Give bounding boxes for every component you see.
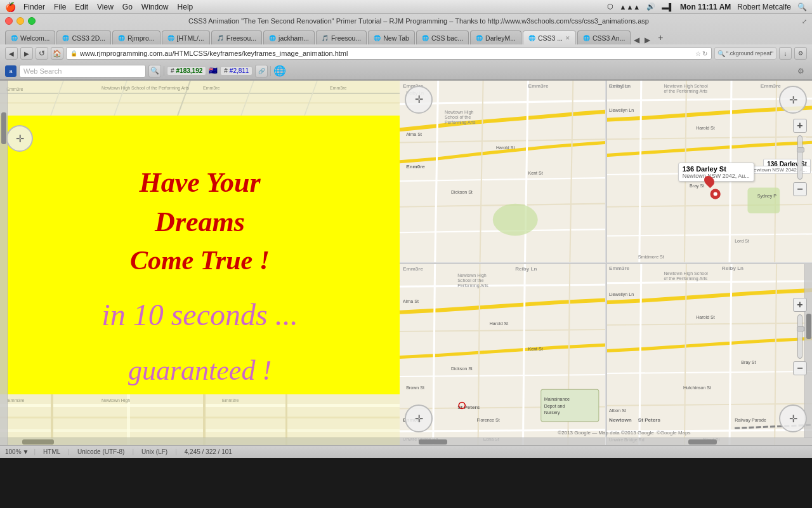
map-nav-left[interactable]: ✛ (6, 125, 33, 152)
menu-file[interactable]: File (54, 3, 66, 11)
svg-text:Harold St: Harold St (696, 126, 715, 131)
tab-0[interactable]: 🌐 Welcom... (5, 30, 55, 44)
bookmark-icon[interactable]: ☆ (695, 50, 701, 57)
tab-9[interactable]: 🌐 DarleyM... (470, 30, 521, 44)
svg-text:Harold St: Harold St (496, 145, 515, 150)
tab-favicon-6: 🎵 (322, 35, 329, 41)
web-search-input[interactable]: Web Search (19, 65, 146, 77)
nav-tr[interactable]: ✛ (779, 86, 807, 114)
resize-icon[interactable]: ⤢ (802, 18, 807, 25)
svg-text:Depot and: Depot and (544, 404, 565, 409)
tab-favicon-11: 🌐 (583, 35, 590, 41)
url-text: www.rjmprogramming.com.au/HTMLCSS/keyfra… (80, 50, 693, 57)
spotlight-icon[interactable]: 🔍 (797, 3, 807, 11)
svg-text:Newtown High School: Newtown High School (664, 271, 708, 276)
tab-favicon-4: 🎵 (217, 35, 224, 41)
alexa-button[interactable]: a (5, 65, 16, 77)
nav-bl[interactable]: ✛ (405, 404, 433, 432)
extensions-button[interactable]: ⚙ (794, 47, 807, 60)
tabs-row: 🌐 Welcom... 🌐 CSS3 2D... 🌐 Rjmpro... 🌐 [… (0, 28, 812, 44)
tab-11[interactable]: 🌐 CSS3 An... (577, 30, 631, 44)
svg-text:Emm3re: Emm3re (6, 87, 23, 91)
svg-text:Enm0re: Enm0re (406, 164, 425, 170)
svg-text:Newtown High: Newtown High (102, 398, 130, 403)
tab-label-6: Freesou... (331, 34, 361, 42)
content-area: Emm3re Newtown High School of the Perfor… (0, 81, 812, 445)
zoom-out-br[interactable]: − (793, 361, 807, 375)
status-position: 4,245 / 322 / 101 (182, 448, 235, 455)
tab-scroll-left[interactable]: ◀ (632, 36, 641, 44)
tab-10[interactable]: 🌐 CSS3 ... ✕ (523, 30, 576, 44)
zoom-out-tr[interactable]: − (793, 182, 807, 196)
browser-chrome: CSS3 Animation "The Ten Second Renovatio… (0, 14, 812, 81)
svg-point-33 (493, 204, 538, 236)
tab-3[interactable]: 🌐 [HTML/... (162, 30, 210, 44)
menu-help[interactable]: Help (178, 3, 193, 11)
svg-text:Bray St: Bray St (690, 184, 704, 189)
dream-line3: Come True ! (102, 243, 298, 278)
zoom-in-br[interactable]: + (793, 298, 807, 312)
tab-label-0: Welcom... (20, 34, 49, 42)
svg-text:Alma St: Alma St (403, 299, 419, 304)
hash-icon: # (171, 67, 174, 74)
favicon-icon: 🌐 (273, 65, 286, 77)
tab-label-7: New Tab (383, 34, 409, 42)
tab-7[interactable]: 🌐 New Tab (368, 30, 415, 44)
svg-text:Harold St: Harold St (696, 315, 715, 320)
svg-text:Reiby Ln: Reiby Ln (515, 266, 537, 272)
tab-2[interactable]: 🌐 Rjmpro... (112, 30, 160, 44)
search-button[interactable]: 🔍 (148, 65, 161, 77)
seconds-line: in 10 seconds ... (102, 297, 298, 332)
svg-text:Bray St: Bray St (741, 360, 756, 365)
link-button[interactable]: 🔗 (255, 65, 268, 77)
reload-button[interactable]: ↺ (36, 47, 48, 60)
tab-8[interactable]: 🌐 CSS bac... (416, 30, 469, 44)
zoom-control[interactable]: 100% ▼ (5, 448, 29, 455)
nav-tl[interactable]: ✛ (405, 86, 433, 114)
status-render: HTML (41, 448, 63, 455)
battery-icon: ▬▌ (662, 3, 674, 11)
zoom-in-tr[interactable]: + (793, 119, 807, 133)
volume-icon[interactable]: 🔊 (646, 3, 655, 11)
close-button[interactable] (5, 17, 13, 25)
status-line-ending: Unix (LF) (139, 448, 170, 455)
menu-finder[interactable]: Finder (23, 3, 45, 11)
map-area: Reiby Ln Newtown High School of the Perf… (400, 81, 812, 445)
browser-title: CSS3 Animation "The Ten Second Renovatio… (39, 17, 798, 25)
tab-6[interactable]: 🎵 Freesou... (316, 30, 367, 44)
home-button[interactable]: 🏠 (51, 47, 63, 60)
search-google[interactable]: 🔍 ".ckground repeat" (714, 47, 776, 60)
settings-gear[interactable]: ⚙ (794, 65, 807, 77)
nav-br[interactable]: ✛ (779, 404, 807, 432)
menu-view[interactable]: View (97, 3, 114, 11)
menu-window[interactable]: Window (141, 3, 169, 11)
new-tab-button[interactable]: + (653, 30, 667, 44)
svg-text:School of the: School of the (457, 278, 483, 283)
refresh-icon[interactable]: ↻ (702, 50, 707, 57)
minimize-button[interactable] (16, 17, 24, 25)
maximize-button[interactable] (28, 17, 36, 25)
status-sep-1: | (34, 448, 36, 455)
tab-5[interactable]: 🌐 jackham... (263, 30, 315, 44)
tab-1[interactable]: 🌐 CSS3 2D... (56, 30, 111, 44)
apple-menu[interactable]: 🍎 (5, 2, 16, 12)
menu-go[interactable]: Go (122, 3, 133, 11)
menu-edit[interactable]: Edit (75, 3, 88, 11)
forward-button[interactable]: ▶ (20, 47, 33, 60)
tab-close-10[interactable]: ✕ (565, 35, 570, 41)
svg-text:Dickson St: Dickson St (451, 190, 473, 195)
menubar: 🍎 Finder File Edit View Go Window Help ⬡… (0, 0, 812, 14)
svg-rect-55 (747, 187, 780, 213)
downloads-button[interactable]: ↓ (779, 47, 792, 60)
url-bar[interactable]: 🔒 www.rjmprogramming.com.au/HTMLCSS/keyf… (66, 47, 712, 60)
svg-text:Kent St: Kent St (528, 347, 543, 352)
svg-text:Newtown High School of the Per: Newtown High School of the Performing Ar… (102, 86, 190, 91)
tab-scroll-right[interactable]: ▶ (643, 36, 652, 44)
svg-text:Albon St: Albon St (609, 408, 626, 413)
tab-label-2: Rjmpro... (128, 34, 155, 42)
back-button[interactable]: ◀ (5, 47, 18, 60)
svg-text:Reiby Ln: Reiby Ln (722, 265, 743, 271)
tab-label-3: [HTML/... (177, 34, 204, 42)
bluetooth-icon[interactable]: ⬡ (607, 3, 613, 11)
tab-4[interactable]: 🎵 Freesou... (211, 30, 262, 44)
